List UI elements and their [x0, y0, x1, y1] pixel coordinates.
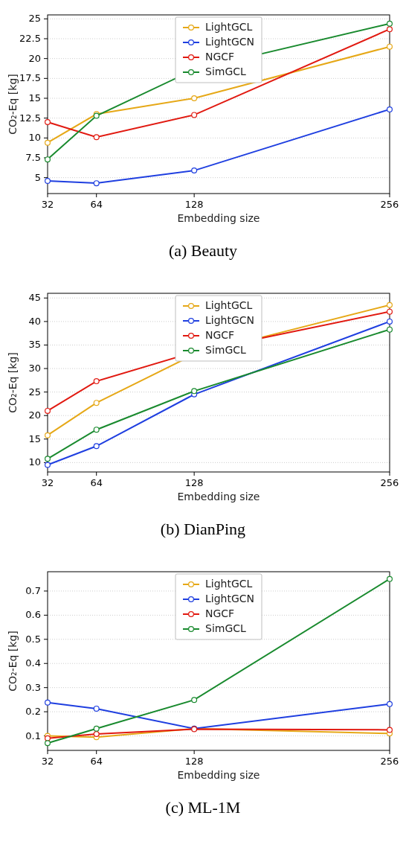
svg-point-123 [189, 319, 194, 324]
svg-point-43 [94, 181, 99, 186]
panel-ml1m: 32641282560.10.20.30.40.50.60.7Embedding… [0, 557, 406, 835]
svg-point-65 [189, 70, 194, 75]
chart-ml1m: 32641282560.10.20.30.40.50.60.7Embedding… [0, 557, 406, 788]
svg-text:22.5: 22.5 [19, 33, 41, 44]
chart-beauty: 326412825657.51012.51517.52022.525Embedd… [0, 0, 406, 231]
svg-text:NGCF: NGCF [205, 607, 234, 619]
svg-text:SimGCL: SimGCL [205, 622, 246, 634]
svg-point-109 [387, 319, 393, 324]
svg-point-113 [387, 309, 393, 314]
svg-text:128: 128 [185, 477, 204, 488]
svg-text:64: 64 [90, 477, 103, 488]
svg-text:10: 10 [28, 456, 41, 467]
svg-point-107 [94, 444, 99, 449]
svg-point-106 [45, 462, 51, 467]
svg-text:LightGCL: LightGCL [205, 578, 253, 590]
svg-text:45: 45 [28, 292, 41, 303]
svg-text:5: 5 [35, 172, 41, 183]
svg-text:25: 25 [28, 386, 41, 398]
svg-text:0.4: 0.4 [25, 657, 41, 668]
svg-text:12.5: 12.5 [19, 112, 41, 124]
svg-point-126 [189, 334, 194, 339]
svg-point-172 [94, 732, 99, 737]
svg-point-40 [192, 96, 197, 101]
panel-beauty: 326412825657.51012.51517.52022.525Embedd… [0, 0, 406, 278]
legend: LightGCLLightGCNNGCFSimGCL [175, 17, 262, 83]
svg-text:NGCF: NGCF [205, 329, 234, 341]
svg-point-51 [94, 113, 99, 118]
svg-point-115 [94, 427, 99, 433]
svg-text:30: 30 [28, 363, 41, 374]
chart-svg: 32641282561015202530354045Embedding size… [3, 284, 400, 508]
svg-text:Embedding size: Embedding size [177, 769, 260, 781]
svg-point-110 [45, 408, 51, 413]
svg-text:0.2: 0.2 [25, 706, 41, 717]
chart-svg: 32641282560.10.20.30.40.50.60.7Embedding… [3, 563, 400, 786]
svg-point-167 [45, 700, 51, 705]
svg-point-42 [45, 179, 51, 184]
svg-point-178 [387, 576, 393, 581]
svg-text:Embedding size: Embedding size [177, 491, 260, 502]
svg-point-41 [387, 44, 393, 49]
caption-beauty: (a) Beauty [0, 231, 406, 278]
panel-dianping: 32641282561015202530354045Embedding size… [0, 278, 406, 557]
svg-point-173 [192, 727, 197, 732]
svg-point-48 [192, 112, 197, 118]
svg-text:LightGCN: LightGCN [205, 593, 254, 604]
svg-text:LightGCN: LightGCN [205, 314, 254, 326]
svg-text:128: 128 [185, 199, 204, 210]
svg-text:LightGCL: LightGCL [205, 299, 253, 311]
svg-text:20: 20 [28, 409, 41, 421]
caption-dianping: (b) DianPing [0, 509, 406, 557]
svg-point-44 [192, 168, 197, 173]
svg-point-170 [387, 701, 393, 706]
svg-text:0.1: 0.1 [25, 730, 41, 741]
svg-point-45 [387, 107, 393, 112]
svg-point-117 [387, 327, 393, 332]
svg-point-103 [94, 401, 99, 406]
svg-text:32: 32 [42, 756, 54, 767]
svg-text:17.5: 17.5 [19, 72, 41, 83]
svg-text:CO₂-Eq [kg]: CO₂-Eq [kg] [7, 352, 19, 413]
svg-text:10: 10 [28, 132, 41, 143]
svg-point-47 [94, 135, 99, 140]
legend: LightGCLLightGCNNGCFSimGCL [175, 574, 262, 639]
svg-point-62 [189, 55, 194, 60]
svg-point-176 [94, 726, 99, 731]
svg-point-171 [45, 735, 51, 741]
svg-point-190 [189, 627, 194, 632]
svg-point-102 [45, 433, 51, 438]
svg-text:256: 256 [381, 756, 399, 767]
svg-text:64: 64 [90, 756, 103, 767]
svg-text:40: 40 [28, 316, 41, 327]
svg-point-184 [189, 597, 194, 602]
svg-text:LightGCN: LightGCN [205, 36, 254, 48]
svg-point-59 [189, 40, 194, 45]
svg-text:32: 32 [42, 199, 54, 210]
svg-point-174 [387, 727, 393, 733]
svg-text:15: 15 [28, 433, 41, 444]
chart-svg: 326412825657.51012.51517.52022.525Embedd… [3, 6, 400, 229]
svg-point-56 [189, 25, 194, 31]
svg-text:0.3: 0.3 [25, 682, 41, 693]
svg-point-168 [94, 706, 99, 711]
svg-text:0.7: 0.7 [25, 585, 41, 596]
svg-text:256: 256 [381, 199, 399, 210]
svg-point-177 [192, 698, 197, 703]
legend: LightGCLLightGCNNGCFSimGCL [175, 296, 262, 361]
svg-point-49 [387, 27, 393, 32]
svg-point-181 [189, 582, 194, 587]
svg-text:0.6: 0.6 [25, 609, 41, 620]
svg-text:CO₂-Eq [kg]: CO₂-Eq [kg] [7, 631, 19, 692]
svg-text:CO₂-Eq [kg]: CO₂-Eq [kg] [7, 74, 19, 135]
svg-text:128: 128 [185, 756, 204, 767]
svg-text:64: 64 [90, 199, 103, 210]
svg-point-38 [45, 140, 51, 145]
svg-point-116 [192, 389, 197, 394]
svg-point-53 [387, 21, 393, 26]
svg-text:20: 20 [28, 53, 41, 64]
chart-dianping: 32641282561015202530354045Embedding size… [0, 278, 406, 509]
svg-text:25: 25 [28, 13, 41, 24]
svg-text:7.5: 7.5 [25, 152, 41, 163]
svg-point-114 [45, 456, 51, 462]
